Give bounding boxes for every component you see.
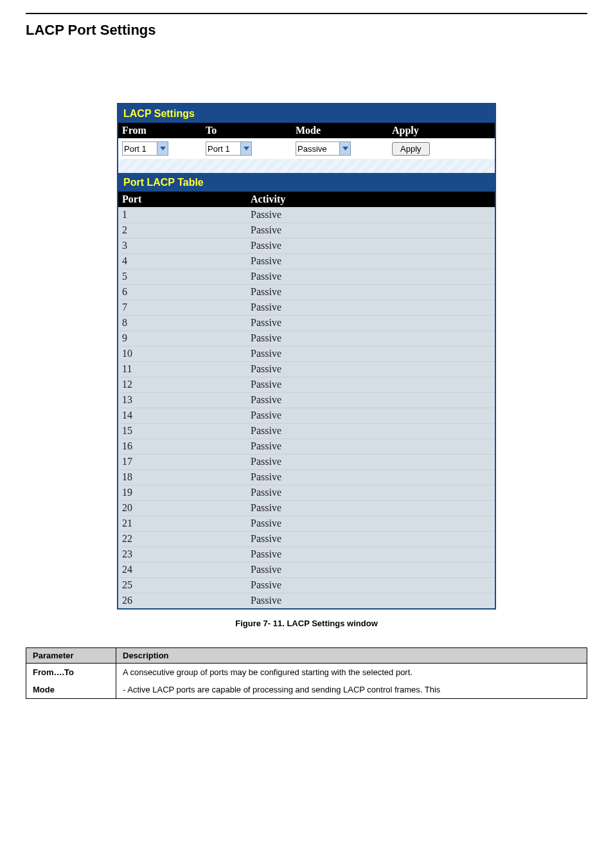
activity-cell: Passive: [247, 563, 495, 577]
port-cell: 1: [118, 208, 247, 222]
port-cell: 22: [118, 532, 247, 547]
port-cell: 14: [118, 408, 247, 423]
activity-cell: Passive: [247, 593, 495, 608]
controls-row: Port 1 Port 1: [118, 138, 495, 159]
activity-cell: Passive: [247, 439, 495, 454]
port-cell: 12: [118, 377, 247, 392]
table-row: 5Passive: [118, 269, 495, 284]
port-cell: 26: [118, 593, 247, 608]
table-row: 13Passive: [118, 392, 495, 408]
port-cell: 4: [118, 254, 247, 269]
table-header-port: Port: [118, 192, 247, 207]
mode-select[interactable]: Passive: [296, 141, 351, 156]
activity-cell: Passive: [247, 300, 495, 315]
table-row: 26Passive: [118, 593, 495, 608]
port-cell: 25: [118, 578, 247, 593]
from-select[interactable]: Port 1: [122, 141, 168, 156]
table-header-activity: Activity: [247, 192, 495, 207]
table-row: From….To A consecutive group of ports ma…: [26, 664, 587, 682]
table-row: 12Passive: [118, 377, 495, 392]
header-to: To: [202, 123, 292, 138]
port-cell: 15: [118, 424, 247, 439]
param-header-param: Parameter: [26, 648, 116, 664]
activity-cell: Passive: [247, 532, 495, 547]
table-row: 8Passive: [118, 315, 495, 330]
header-mode: Mode: [292, 123, 388, 138]
table-row: 2Passive: [118, 222, 495, 238]
table-row: 24Passive: [118, 562, 495, 577]
activity-cell: Passive: [247, 223, 495, 238]
table-row: 1Passive: [118, 207, 495, 222]
table-row: 21Passive: [118, 516, 495, 531]
table-row: 3Passive: [118, 238, 495, 253]
top-rule: [26, 13, 587, 14]
activity-cell: Passive: [247, 578, 495, 593]
panel-header-settings: LACP Settings: [118, 104, 495, 123]
decorative-band: [118, 159, 495, 173]
table-row: 20Passive: [118, 500, 495, 516]
activity-cell: Passive: [247, 424, 495, 439]
activity-cell: Passive: [247, 316, 495, 330]
to-select[interactable]: Port 1: [206, 141, 252, 156]
table-row: Mode - Active LACP ports are capable of …: [26, 681, 587, 699]
port-cell: 20: [118, 501, 247, 516]
apply-button[interactable]: Apply: [392, 142, 430, 156]
port-cell: 19: [118, 485, 247, 500]
controls-header-row: From To Mode Apply: [118, 123, 495, 138]
table-row: 11Passive: [118, 361, 495, 377]
port-cell: 8: [118, 316, 247, 330]
activity-cell: Passive: [247, 254, 495, 269]
activity-cell: Passive: [247, 393, 495, 408]
param-desc: - Active LACP ports are capable of proce…: [116, 681, 587, 699]
page-title: LACP Port Settings: [26, 22, 587, 39]
port-cell: 6: [118, 285, 247, 300]
header-from: From: [118, 123, 202, 138]
activity-cell: Passive: [247, 516, 495, 531]
port-cell: 3: [118, 239, 247, 253]
table-row: 25Passive: [118, 577, 495, 593]
activity-cell: Passive: [247, 455, 495, 469]
table-row: 15Passive: [118, 423, 495, 439]
activity-cell: Passive: [247, 485, 495, 500]
table-row: 19Passive: [118, 485, 495, 500]
panel-header-table: Port LACP Table: [118, 173, 495, 192]
port-cell: 18: [118, 470, 247, 485]
activity-cell: Passive: [247, 362, 495, 377]
table-row: 23Passive: [118, 547, 495, 562]
port-cell: 23: [118, 547, 247, 562]
panel-wrap: LACP Settings From To Mode Apply Port 1: [26, 103, 587, 610]
activity-cell: Passive: [247, 239, 495, 253]
port-cell: 2: [118, 223, 247, 238]
activity-cell: Passive: [247, 269, 495, 284]
table-row: 14Passive: [118, 408, 495, 423]
header-apply: Apply: [388, 123, 495, 138]
activity-cell: Passive: [247, 331, 495, 346]
table-header-row: Port Activity: [118, 192, 495, 207]
port-cell: 21: [118, 516, 247, 531]
table-row: 9Passive: [118, 330, 495, 346]
table-row: 17Passive: [118, 454, 495, 469]
table-row: 16Passive: [118, 439, 495, 454]
table-row: 4Passive: [118, 253, 495, 269]
activity-cell: Passive: [247, 408, 495, 423]
table-body: 1Passive2Passive3Passive4Passive5Passive…: [118, 207, 495, 608]
port-cell: 7: [118, 300, 247, 315]
port-cell: 9: [118, 331, 247, 346]
activity-cell: Passive: [247, 501, 495, 516]
table-row: 22Passive: [118, 531, 495, 547]
table-row: 7Passive: [118, 300, 495, 315]
activity-cell: Passive: [247, 470, 495, 485]
table-row: 10Passive: [118, 346, 495, 361]
table-row: 18Passive: [118, 469, 495, 485]
param-desc: A consecutive group of ports may be conf…: [116, 664, 587, 682]
table-row: 6Passive: [118, 284, 495, 300]
port-cell: 17: [118, 455, 247, 469]
activity-cell: Passive: [247, 208, 495, 222]
param-header-desc: Description: [116, 648, 587, 664]
port-cell: 5: [118, 269, 247, 284]
port-cell: 16: [118, 439, 247, 454]
port-cell: 13: [118, 393, 247, 408]
param-name: From….To: [26, 664, 116, 682]
activity-cell: Passive: [247, 547, 495, 562]
activity-cell: Passive: [247, 285, 495, 300]
